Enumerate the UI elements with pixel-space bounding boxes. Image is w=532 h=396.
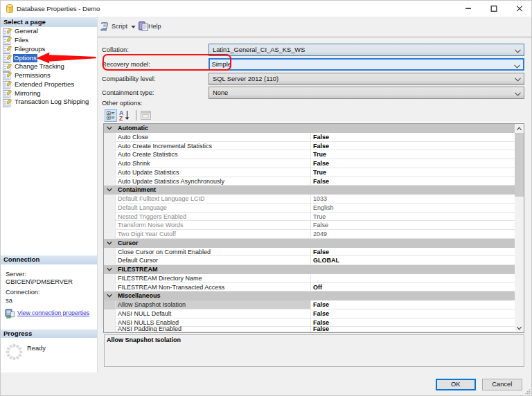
- svg-text:Z: Z: [119, 115, 123, 121]
